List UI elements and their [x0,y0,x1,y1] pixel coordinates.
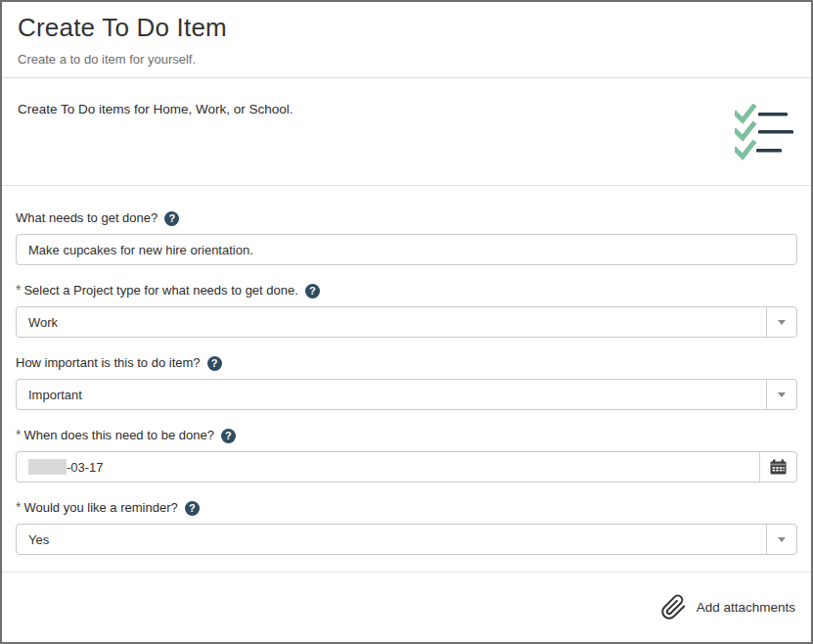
add-attachments-label: Add attachments [697,600,795,615]
required-marker: * [16,428,21,441]
field-label-text: What needs to get done? [16,210,158,226]
field-label-text: When does this need to be done? [23,428,213,443]
redacted-year [28,459,67,475]
todo-form: What needs to get done? ? * Select a Pro… [2,186,811,572]
checklist-icon [735,104,793,164]
page-subtitle: Create a to do item for yourself. [18,52,795,67]
date-value: -03-17 [67,460,104,475]
calendar-button[interactable] [759,452,796,482]
field-label: * Select a Project type for what needs t… [16,283,797,299]
help-icon[interactable]: ? [221,429,236,443]
what-needs-done-input[interactable] [16,234,797,265]
field-label: * When does this need to be done? ? [16,428,797,443]
intro-description: Create To Do items for Home, Work, or Sc… [18,102,294,185]
intro-section: Create To Do items for Home, Work, or Sc… [2,78,811,186]
field-what-needs-done: What needs to get done? ? [16,210,797,265]
field-label: * Would you like a reminder? ? [16,500,797,516]
help-icon[interactable]: ? [164,211,179,226]
help-icon[interactable]: ? [207,356,222,371]
field-due-date: * When does this need to be done? ? -03-… [16,428,797,483]
required-marker: * [16,500,21,514]
reminder-select[interactable]: Yes [16,524,797,555]
required-marker: * [16,283,21,297]
field-label-text: Would you like a reminder? [23,500,177,516]
field-label-text: How important is this to do item? [16,355,201,371]
field-importance: How important is this to do item? ? Impo… [16,355,797,410]
field-label: What needs to get done? ? [16,210,797,226]
field-label: How important is this to do item? ? [16,355,797,371]
importance-select[interactable]: Important [16,379,797,410]
help-icon[interactable]: ? [305,284,320,299]
select-value: Yes [28,532,49,547]
project-type-select[interactable]: Work [16,306,797,338]
field-project-type: * Select a Project type for what needs t… [16,283,797,338]
dropdown-arrow-icon[interactable] [766,380,796,409]
due-date-input[interactable]: -03-17 [16,451,797,483]
create-todo-page: Create To Do Item Create a to do item fo… [0,0,813,644]
page-header: Create To Do Item Create a to do item fo… [2,2,811,78]
select-value: Work [28,315,58,330]
field-label-text: Select a Project type for what needs to … [23,283,297,299]
attachments-bar: Add attachments [2,572,811,642]
dropdown-arrow-icon[interactable] [766,307,796,337]
help-icon[interactable]: ? [185,501,200,516]
page-title: Create To Do Item [18,13,795,43]
dropdown-arrow-icon[interactable] [766,525,796,554]
add-attachments-button[interactable]: Add attachments [660,594,795,621]
paperclip-icon [660,594,687,621]
calendar-icon [770,459,787,475]
field-reminder: * Would you like a reminder? ? Yes [16,500,797,555]
select-value: Important [28,388,82,402]
